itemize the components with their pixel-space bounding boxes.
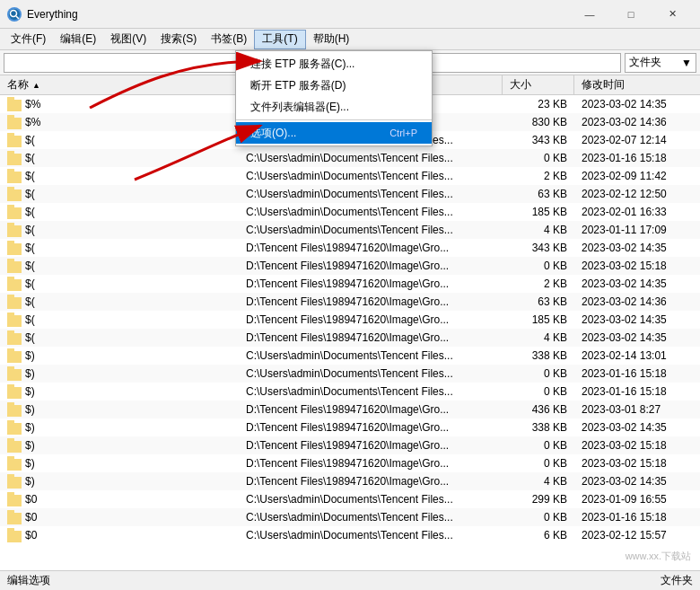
menu-options[interactable]: 选项(O)... Ctrl+P <box>236 122 432 144</box>
table-row[interactable]: $(C:\Users\admin\Documents\Tencent Files… <box>0 203 700 221</box>
file-date: 2023-01-09 16:55 <box>574 493 700 506</box>
table-row[interactable]: $)C:\Users\admin\Documents\Tencent Files… <box>0 383 700 401</box>
menu-bookmarks[interactable]: 书签(B) <box>204 30 254 49</box>
table-row[interactable]: $(D:\Tencent Files\1989471620\Image\Gro.… <box>0 257 700 275</box>
file-date: 2023-03-01 8:27 <box>574 403 700 416</box>
table-row[interactable]: $(D:\Tencent Files\1989471620\Image\Gro.… <box>0 239 700 257</box>
table-row[interactable]: $0C:\Users\admin\Documents\Tencent Files… <box>0 490 700 508</box>
table-row[interactable]: $(C:\Users\admin\Documents\Tencent Files… <box>0 221 700 239</box>
file-name: $( <box>25 224 239 236</box>
file-name: $) <box>25 349 239 362</box>
file-name: $( <box>25 295 239 308</box>
minimize-button[interactable]: — <box>569 0 610 29</box>
menu-file-list-editor[interactable]: 文件列表编辑器(E)... <box>236 96 432 118</box>
menu-bar: 文件(F) 编辑(E) 视图(V) 搜索(S) 书签(B) 工具(T) 帮助(H… <box>0 29 700 50</box>
file-size: 185 KB <box>503 206 574 218</box>
sort-icon: ▲ <box>32 81 40 90</box>
file-date: 2023-02-07 12:14 <box>574 134 700 146</box>
table-row[interactable]: $0C:\Users\admin\Documents\Tencent Files… <box>0 526 700 544</box>
menu-help[interactable]: 帮助(H) <box>306 30 357 49</box>
file-date: 2023-03-02 14:35 <box>574 475 700 488</box>
menu-separator <box>236 119 432 120</box>
file-size: 2 KB <box>503 277 574 290</box>
menu-view[interactable]: 视图(V) <box>103 30 153 49</box>
filter-dropdown[interactable]: 文件夹 ▼ <box>625 53 696 73</box>
file-size: 0 KB <box>503 260 574 272</box>
file-date: 2023-03-02 14:36 <box>574 116 700 128</box>
file-path: D:\Tencent Files\1989471620\Image\Gro... <box>239 295 503 308</box>
file-size: 343 KB <box>503 242 574 254</box>
menu-search[interactable]: 搜索(S) <box>153 30 204 49</box>
folder-icon <box>7 225 22 237</box>
close-button[interactable]: ✕ <box>652 0 693 29</box>
table-row[interactable]: $(D:\Tencent Files\1989471620\Image\Gro.… <box>0 329 700 347</box>
col-header-size[interactable]: 大小 <box>503 75 574 94</box>
folder-icon <box>7 387 22 399</box>
table-row[interactable]: $(D:\Tencent Files\1989471620\Image\Gro.… <box>0 275 700 293</box>
folder-icon <box>7 477 22 489</box>
file-date: 2023-03-02 14:35 <box>574 421 700 434</box>
table-row[interactable]: $0C:\Users\admin\Documents\Tencent Files… <box>0 508 700 526</box>
folder-icon <box>7 100 22 111</box>
table-row[interactable]: $)D:\Tencent Files\1989471620\Image\Gro.… <box>0 401 700 418</box>
file-path: D:\Tencent Files\1989471620\Image\Gro... <box>239 277 503 290</box>
file-name: $) <box>25 367 239 380</box>
file-size: 436 KB <box>503 403 574 416</box>
file-path: D:\Tencent Files\1989471620\Image\Gro... <box>239 475 503 488</box>
file-name: $) <box>25 457 239 470</box>
file-name: $( <box>25 260 239 272</box>
file-name: $( <box>25 134 239 146</box>
table-row[interactable]: $(D:\Tencent Files\1989471620\Image\Gro.… <box>0 311 700 329</box>
table-row[interactable]: $(C:\Users\admin\Documents\Tencent Files… <box>0 185 700 203</box>
menu-connect-etp[interactable]: 连接 ETP 服务器(C)... <box>236 53 432 75</box>
table-row[interactable]: $)C:\Users\admin\Documents\Tencent Files… <box>0 365 700 383</box>
table-row[interactable]: $(D:\Tencent Files\1989471620\Image\Gro.… <box>0 293 700 311</box>
file-date: 2023-03-02 15:18 <box>574 457 700 470</box>
menu-file[interactable]: 文件(F) <box>4 30 53 49</box>
file-name: $) <box>25 403 239 416</box>
file-date: 2023-03-02 14:35 <box>574 277 700 290</box>
folder-icon <box>7 118 22 129</box>
table-row[interactable]: $)D:\Tencent Files\1989471620\Image\Gro.… <box>0 472 700 490</box>
table-row[interactable]: $)D:\Tencent Files\1989471620\Image\Gro.… <box>0 436 700 454</box>
file-date: 2023-02-09 11:42 <box>574 170 700 182</box>
menu-edit[interactable]: 编辑(E) <box>53 30 103 49</box>
file-size: 4 KB <box>503 475 574 488</box>
file-name: $( <box>25 188 239 200</box>
maximize-button[interactable]: □ <box>610 0 652 29</box>
col-header-name[interactable]: 名称 ▲ <box>0 75 242 94</box>
folder-icon <box>7 441 22 453</box>
file-date: 2023-03-02 14:35 <box>574 331 700 344</box>
file-size: 0 KB <box>503 367 574 380</box>
file-path: C:\Users\admin\Documents\Tencent Files..… <box>239 529 503 542</box>
col-header-date[interactable]: 修改时间 <box>574 75 700 94</box>
file-size: 343 KB <box>503 134 574 146</box>
file-list[interactable]: $%D:\...23 KB2023-03-02 14:35$%D:\...830… <box>0 95 700 570</box>
table-row[interactable]: $)D:\Tencent Files\1989471620\Image\Gro.… <box>0 418 700 436</box>
file-size: 2 KB <box>503 170 574 182</box>
folder-icon <box>7 279 22 291</box>
menu-tools[interactable]: 工具(T) <box>254 30 305 49</box>
file-size: 4 KB <box>503 331 574 344</box>
tools-dropdown-menu: 连接 ETP 服务器(C)... 断开 ETP 服务器(D) 文件列表编辑器(E… <box>235 50 433 146</box>
table-row[interactable]: $)D:\Tencent Files\1989471620\Image\Gro.… <box>0 454 700 472</box>
file-size: 23 KB <box>503 98 574 110</box>
file-name: $( <box>25 206 239 218</box>
menu-disconnect-etp[interactable]: 断开 ETP 服务器(D) <box>236 75 432 96</box>
folder-icon <box>7 531 22 542</box>
table-row[interactable]: $)C:\Users\admin\Documents\Tencent Files… <box>0 347 700 365</box>
file-name: $( <box>25 170 239 182</box>
file-path: C:\Users\admin\Documents\Tencent Files..… <box>239 493 503 506</box>
file-date: 2023-01-16 15:18 <box>574 385 700 398</box>
file-path: D:\Tencent Files\1989471620\Image\Gro... <box>239 313 503 326</box>
file-path: C:\Users\admin\Documents\Tencent Files..… <box>239 206 503 218</box>
folder-icon <box>7 172 22 183</box>
table-row[interactable]: $(C:\Users\admin\Documents\Tencent Files… <box>0 167 700 185</box>
table-row[interactable]: $(C:\Users\admin\Documents\Tencent Files… <box>0 149 700 167</box>
file-size: 0 KB <box>503 439 574 452</box>
file-path: D:\Tencent Files\1989471620\Image\Gro... <box>239 457 503 470</box>
folder-icon <box>7 513 22 524</box>
folder-icon <box>7 189 22 201</box>
file-size: 6 KB <box>503 529 574 542</box>
file-size: 830 KB <box>503 116 574 128</box>
